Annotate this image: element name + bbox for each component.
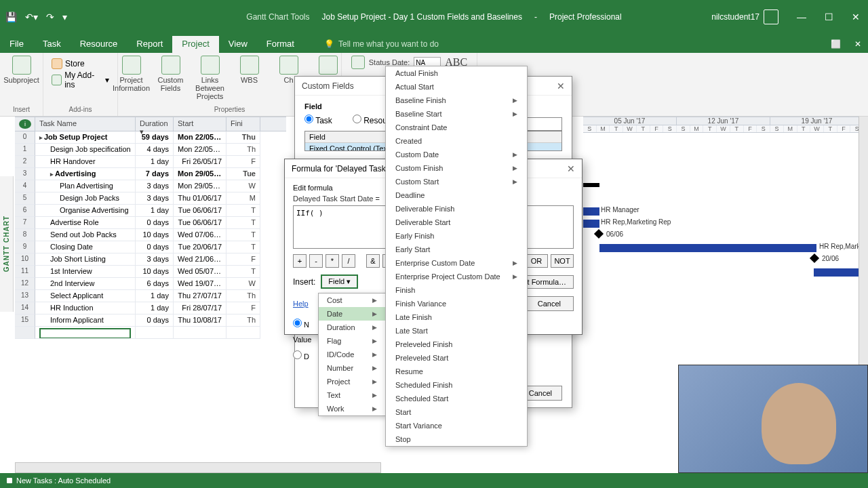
table-row[interactable]: 6 Organise Advertising 1 day Tue 06/06/1… [15, 205, 286, 217]
menu-item-work[interactable]: Work▶ [319, 402, 385, 415]
save-icon[interactable]: 💾 [5, 12, 17, 22]
date-item-enterprise-project-custom-date[interactable]: Enterprise Project Custom Date▶ [386, 270, 527, 283]
menu-item-id/code[interactable]: ID/Code▶ [319, 348, 385, 361]
task-grid[interactable]: i Task Name Duration ▾ Start Fini 0 ▸Job… [15, 117, 286, 469]
ribbon-close-icon[interactable]: ✕ [848, 37, 868, 53]
menu-item-project[interactable]: Project▶ [319, 375, 385, 388]
table-row[interactable]: 9 Closing Date 0 days Tue 20/06/17 T [15, 241, 286, 253]
table-row[interactable]: 8 Send out Job Packs 10 days Wed 07/06/1… [15, 229, 286, 241]
table-row[interactable]: 4 Plan Advertising 3 days Mon 29/05/17 W [15, 180, 286, 192]
close-formula-button[interactable]: ✕ [567, 163, 575, 174]
grid-hscroll[interactable] [15, 462, 381, 473]
custom-fields-button[interactable]: Custom Fields [153, 56, 189, 92]
resource-radio[interactable]: Resour [353, 115, 390, 125]
table-row[interactable]: 10 Job Short Listing 3 days Wed 21/06/17… [15, 253, 286, 266]
menu-item-number[interactable]: Number▶ [319, 361, 385, 375]
op-minus[interactable]: - [309, 254, 323, 268]
task-radio[interactable]: Task [304, 115, 332, 125]
type-dropdown[interactable] [521, 117, 562, 131]
store-button[interactable]: Store [52, 58, 109, 69]
table-row[interactable]: 14 HR Induction 1 day Fri 28/07/17 F [15, 302, 286, 314]
redo-icon[interactable]: ↷ [46, 12, 54, 22]
tab-project[interactable]: Project [172, 36, 218, 53]
close-icon[interactable]: ✕ [849, 12, 863, 22]
insert-field-button[interactable]: Field ▾ [321, 274, 358, 289]
menu-item-duration[interactable]: Duration▶ [319, 321, 385, 334]
date-item-custom-start[interactable]: Custom Start▶ [386, 175, 527, 188]
op-not[interactable]: NOT [551, 254, 574, 268]
tab-resource[interactable]: Resource [71, 36, 127, 53]
menu-item-date[interactable]: Date▶ [319, 307, 385, 321]
none-radio[interactable]: N [293, 319, 309, 329]
date-item-baseline-start[interactable]: Baseline Start▶ [386, 107, 527, 121]
date-item-preleveled-finish[interactable]: Preleveled Finish [386, 338, 527, 351]
table-row[interactable]: 0 ▸Job Setup Project 59 days Mon 22/05/1… [15, 131, 286, 144]
date-item-created[interactable]: Created [386, 134, 527, 148]
qat-more-icon[interactable]: ▾ [62, 12, 67, 22]
subproject-button[interactable]: Subproject [4, 56, 39, 84]
date-item-resume[interactable]: Resume [386, 365, 527, 378]
table-row[interactable]: 7 Advertise Role 0 days Tue 06/06/17 T [15, 217, 286, 229]
ribbon-collapse-icon[interactable]: ⬜ [824, 37, 848, 53]
table-row[interactable]: 13 Select Applicant 1 day Thu 27/07/17 T… [15, 290, 286, 302]
date-item-early-start[interactable]: Early Start [386, 243, 527, 256]
d-radio[interactable]: D [293, 350, 309, 361]
table-row[interactable]: 15 Inform Applicant 0 days Thu 10/08/17 … [15, 314, 286, 327]
op-div[interactable]: / [342, 254, 355, 268]
date-item-deadline[interactable]: Deadline [386, 188, 527, 202]
date-item-late-finish[interactable]: Late Finish [386, 310, 527, 324]
op-plus[interactable]: + [293, 254, 307, 268]
menu-item-flag[interactable]: Flag▶ [319, 334, 385, 348]
tab-file[interactable]: File [0, 36, 33, 53]
maximize-icon[interactable]: ☐ [822, 12, 835, 22]
op-amp[interactable]: & [366, 254, 380, 268]
op-mult[interactable]: * [326, 254, 339, 268]
myaddins-button[interactable]: My Add-ins▾ [52, 70, 109, 89]
table-row[interactable]: 11 1st Interview 10 days Wed 05/07/17 T [15, 266, 286, 278]
project-info-button[interactable]: Project Information [114, 56, 149, 92]
col-task-name[interactable]: Task Name [35, 117, 136, 131]
tab-format[interactable]: Format [257, 36, 304, 53]
date-item-actual-finish[interactable]: Actual Finish [386, 66, 527, 80]
cancel-formula-button[interactable]: Cancel [525, 296, 574, 311]
tab-report[interactable]: Report [127, 36, 172, 53]
table-row[interactable]: 12 2nd Interview 6 days Wed 19/07/17 W [15, 278, 286, 290]
col-duration[interactable]: Duration ▾ [136, 117, 174, 131]
date-item-finish-variance[interactable]: Finish Variance [386, 297, 527, 310]
date-item-baseline-finish[interactable]: Baseline Finish▶ [386, 94, 527, 107]
menu-item-cost[interactable]: Cost▶ [319, 293, 385, 307]
tab-view[interactable]: View [219, 36, 257, 53]
col-start[interactable]: Start [174, 117, 226, 131]
date-item-preleveled-start[interactable]: Preleveled Start [386, 351, 527, 365]
tab-task[interactable]: Task [33, 36, 71, 53]
table-row[interactable]: 3 ▸Advertising 7 days Mon 29/05/17 Tue [15, 168, 286, 180]
tell-me-search[interactable]: 💡 Tell me what you want to do [317, 37, 446, 53]
wbs-button[interactable]: WBS [232, 56, 267, 84]
date-item-scheduled-start[interactable]: Scheduled Start [386, 392, 527, 405]
date-item-start[interactable]: Start [386, 405, 527, 419]
date-item-early-finish[interactable]: Early Finish [386, 229, 527, 243]
undo-icon[interactable]: ↶▾ [25, 12, 38, 22]
date-item-actual-start[interactable]: Actual Start [386, 80, 527, 94]
date-item-start-variance[interactable]: Start Variance [386, 419, 527, 432]
menu-item-text[interactable]: Text▶ [319, 388, 385, 402]
new-task-input[interactable] [39, 328, 131, 339]
op-or[interactable]: OR [525, 254, 548, 268]
col-finish[interactable]: Fini [226, 117, 260, 131]
links-button[interactable]: Links Between Projects [193, 56, 228, 100]
date-item-finish[interactable]: Finish [386, 283, 527, 297]
minimize-icon[interactable]: — [795, 12, 808, 22]
table-row[interactable]: 5 Design Job Packs 3 days Thu 01/06/17 M [15, 192, 286, 205]
date-item-late-start[interactable]: Late Start [386, 324, 527, 338]
table-row[interactable]: 2 HR Handover 1 day Fri 26/05/17 F [15, 156, 286, 168]
date-item-custom-finish[interactable]: Custom Finish▶ [386, 161, 527, 175]
help-link[interactable]: Help [293, 300, 309, 308]
date-item-scheduled-finish[interactable]: Scheduled Finish [386, 378, 527, 392]
close-dialog-button[interactable]: ✕ [557, 81, 565, 92]
table-row[interactable]: 1 Design Job specification 4 days Mon 22… [15, 144, 286, 156]
date-item-enterprise-custom-date[interactable]: Enterprise Custom Date▶ [386, 256, 527, 270]
date-item-deliverable-start[interactable]: Deliverable Start [386, 216, 527, 229]
date-item-deliverable-finish[interactable]: Deliverable Finish [386, 202, 527, 216]
date-item-constraint-date[interactable]: Constraint Date [386, 121, 527, 134]
date-item-stop[interactable]: Stop [386, 432, 527, 446]
